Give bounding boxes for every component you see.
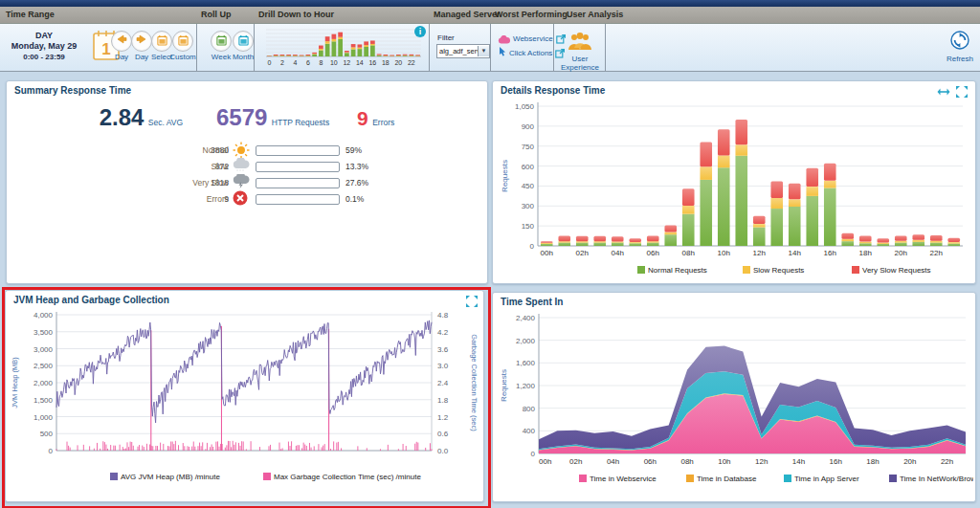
svg-text:16h: 16h [830, 457, 842, 466]
avg-response-label: Sec. AVG [148, 118, 183, 127]
section-label-managed-server: Managed Server [434, 10, 501, 19]
svg-text:600: 600 [522, 163, 535, 171]
jvm-heap-gc-panel: JVM Heap and Garbage Collection 05001,00… [5, 290, 484, 502]
svg-text:1.2: 1.2 [437, 413, 449, 422]
filter-label: Filter [437, 33, 455, 42]
jvm-heap-gc-chart: 05001,0001,5002,0002,5003,0003,5004,0000… [7, 307, 480, 498]
svg-text:14h: 14h [792, 457, 805, 466]
svg-text:3,500: 3,500 [33, 328, 54, 337]
row-value: 872 [204, 162, 229, 171]
svg-text:04h: 04h [612, 249, 624, 257]
svg-text:Requests: Requests [500, 369, 508, 402]
details-response-time-panel: Details Response Time 015030045060075090… [492, 80, 976, 284]
svg-text:12h: 12h [755, 457, 768, 466]
svg-text:02h: 02h [569, 457, 582, 466]
summary-row-slow: Slow 872 13.3% [7, 159, 487, 174]
svg-text:18h: 18h [866, 457, 879, 466]
svg-text:20h: 20h [903, 457, 916, 466]
section-label-worst-performing: Worst Performing [495, 10, 568, 19]
svg-text:0: 0 [267, 59, 271, 66]
svg-text:800: 800 [523, 405, 536, 413]
svg-text:22h: 22h [930, 249, 943, 257]
section-label-user-analysis: User Analysis [567, 10, 623, 19]
summary-headline: 2.84 Sec. AVG 6579 HTTP Requests 9 Error… [7, 104, 487, 131]
svg-text:4: 4 [293, 59, 297, 66]
details-response-time-chart: 01503004506007509001,050Requests00h02h04… [496, 97, 970, 280]
errors-value: 9 [357, 107, 368, 129]
managed-server-selected-value: alg_adf_server1 [437, 47, 478, 55]
apm-dashboard: Time Range Roll Up Drill Down to Hour Ma… [0, 0, 980, 508]
svg-text:00h: 00h [541, 249, 553, 257]
svg-text:18h: 18h [859, 249, 872, 257]
calendar-week-icon [216, 33, 227, 50]
row-percent: 0.1% [345, 194, 364, 204]
svg-text:Time In NetWork/Browser: Time In NetWork/Browser [900, 475, 973, 483]
svg-text:00h: 00h [539, 457, 551, 466]
row-value: 9 [204, 194, 229, 204]
svg-text:3,000: 3,000 [33, 345, 54, 354]
refresh-label: Refresh [944, 55, 976, 63]
rollup-month-button[interactable]: Month [229, 31, 257, 61]
row-progress-bar [256, 178, 340, 188]
svg-text:0.0: 0.0 [437, 447, 449, 455]
worst-performing-webservice-link[interactable]: Webservice [498, 33, 566, 45]
calendar-icon [157, 33, 167, 50]
svg-text:04h: 04h [607, 457, 619, 466]
svg-text:8: 8 [319, 59, 323, 66]
svg-text:Time in Webservice: Time in Webservice [590, 475, 657, 483]
managed-server-filter-select[interactable]: alg_adf_server1 ▼ [436, 44, 490, 58]
time-spent-in-chart: 04008001,2001,6002,0002,400Requests00h02… [495, 308, 973, 497]
http-requests-value: 6579 [216, 104, 267, 130]
cloud-icon [233, 158, 250, 175]
chevron-down-icon[interactable]: ▼ [478, 46, 489, 56]
svg-text:Slow Requests: Slow Requests [753, 266, 804, 275]
time-spent-in-panel: Time Spent In 04008001,2001,6002,0002,40… [492, 292, 976, 502]
storm-cloud-icon [233, 174, 250, 191]
svg-text:Time in Database: Time in Database [697, 475, 757, 483]
svg-text:20h: 20h [895, 249, 907, 257]
svg-text:Requests: Requests [501, 160, 509, 192]
errors-label: Errors [372, 118, 394, 127]
panel-title: Time Spent In [501, 297, 563, 307]
svg-text:Max Garbage Collection Time (s: Max Garbage Collection Time (sec) /minut… [274, 473, 421, 481]
toolbar-section-header-row: Time Range Roll Up Drill Down to Hour Ma… [0, 7, 980, 24]
svg-text:Normal Requests: Normal Requests [648, 266, 707, 275]
panel-title: JVM Heap and Garbage Collection [13, 295, 169, 305]
svg-text:4,000: 4,000 [33, 311, 54, 320]
svg-text:14: 14 [356, 59, 364, 66]
custom-nav-button-3[interactable]: Custom [168, 31, 197, 61]
time-range-hours: 0:00 - 23:59 [2, 52, 86, 62]
refresh-button[interactable]: Refresh [944, 31, 976, 63]
svg-text:2,500: 2,500 [33, 362, 54, 370]
panel-title: Summary Response Time [14, 85, 131, 96]
svg-text:2,000: 2,000 [516, 337, 536, 345]
summary-row-normal: Normal 3880 59% [7, 143, 487, 158]
svg-text:1,000: 1,000 [33, 413, 54, 422]
user-experience-people-icon[interactable] [567, 32, 593, 55]
summary-response-time-panel: Summary Response Time 2.84 Sec. AVG 6579… [6, 80, 488, 284]
calendar-icon [178, 33, 189, 50]
top-accent-bar [0, 0, 980, 7]
svg-text:22h: 22h [941, 457, 953, 466]
svg-text:6: 6 [306, 59, 310, 66]
time-range-mode: DAY [2, 31, 86, 41]
svg-text:0: 0 [49, 447, 54, 455]
toolbar-divider [490, 24, 491, 71]
user-experience-label: User Experience [553, 55, 607, 72]
toolbar-divider [429, 24, 430, 71]
svg-text:Time in App Server: Time in App Server [794, 475, 859, 483]
svg-text:16: 16 [368, 59, 376, 66]
svg-text:150: 150 [522, 222, 535, 231]
row-progress-bar [256, 162, 340, 172]
svg-text:JVM Heap (MB): JVM Heap (MB) [11, 357, 19, 409]
info-icon[interactable]: i [414, 26, 426, 37]
http-requests-label: HTTP Requests [272, 118, 329, 127]
svg-text:750: 750 [522, 143, 535, 151]
svg-text:2,000: 2,000 [33, 379, 54, 387]
svg-text:900: 900 [522, 122, 535, 131]
time-range-date: Monday, May 29 [2, 41, 86, 52]
drill-down-hour-chart[interactable]: 0246810121416182022 [260, 27, 425, 69]
maximize-icon[interactable] [466, 296, 478, 307]
refresh-icon [950, 31, 969, 50]
svg-text:2,400: 2,400 [516, 314, 536, 322]
